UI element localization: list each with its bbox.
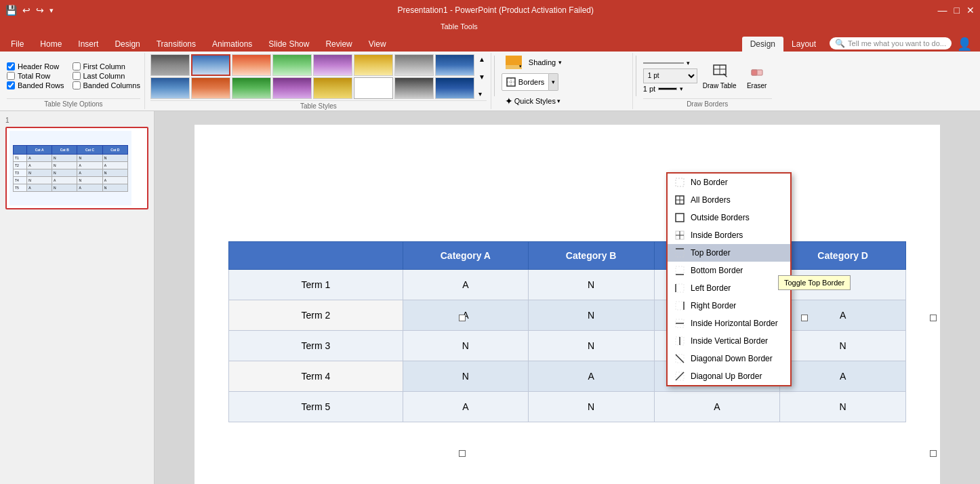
banded-rows-checkbox[interactable]: Banded Rows — [7, 81, 64, 89]
tab-animations[interactable]: Animations — [204, 37, 260, 52]
borders-dropdown-arrow-button[interactable]: ▾ — [549, 73, 558, 91]
slide-thumbnail[interactable]: Cat A Cat B Cat C Cat D T1ANNN T2ANAA T3… — [5, 127, 148, 209]
tab-home[interactable]: Home — [32, 37, 70, 52]
pen-color-arrow[interactable]: ▾ — [680, 85, 683, 92]
menu-item-no-border[interactable]: No Border — [668, 174, 790, 191]
shading-button[interactable]: ▾ — [502, 54, 526, 70]
menu-item-inside-borders[interactable]: Inside Borders — [668, 226, 790, 244]
term-3[interactable]: Term 3 — [229, 330, 403, 361]
user-icon[interactable]: 👤 — [957, 37, 972, 52]
style-scroll-down[interactable]: ▼ — [477, 72, 487, 82]
menu-item-diagonal-up-border[interactable]: Diagonal Up Border — [668, 367, 790, 385]
row3-a[interactable]: N — [403, 330, 528, 361]
table-style-swatch-6[interactable] — [354, 54, 393, 76]
table-style-swatch-16[interactable] — [435, 77, 474, 99]
undo-icon[interactable]: ↩ — [22, 5, 30, 16]
row3-b[interactable]: N — [528, 330, 654, 361]
minimize-btn[interactable]: — — [938, 5, 947, 16]
row4-a[interactable]: N — [403, 361, 528, 391]
row5-a[interactable]: A — [403, 391, 528, 422]
table-header-4[interactable]: Category D — [780, 241, 906, 269]
tell-me-box[interactable]: 🔍 Tell me what you want to do... — [830, 37, 952, 49]
borders-chevron-icon: ▾ — [552, 79, 555, 85]
redo-icon[interactable]: ↪ — [36, 5, 44, 16]
eraser-button[interactable]: Eraser — [742, 59, 772, 93]
table-style-swatch-7[interactable] — [394, 54, 434, 76]
menu-item-right-border[interactable]: Right Border — [668, 297, 790, 315]
tab-file[interactable]: File — [3, 37, 32, 52]
selection-handle-mid-right[interactable] — [930, 450, 937, 457]
close-btn[interactable]: ✕ — [966, 5, 975, 16]
term-2[interactable]: Term 2 — [229, 300, 403, 330]
selection-handle-mid-left[interactable] — [459, 450, 466, 457]
term-4[interactable]: Term 4 — [229, 361, 403, 391]
row2-b[interactable]: N — [528, 300, 654, 330]
shading-dropdown-arrow[interactable]: ▾ — [558, 59, 562, 66]
window-controls[interactable]: — □ ✕ — [938, 5, 975, 16]
table-style-swatch-8[interactable] — [435, 54, 474, 76]
quick-styles-button[interactable]: ✦ Quick Styles ▾ — [502, 94, 564, 108]
term-5[interactable]: Term 5 — [229, 391, 403, 422]
tab-table-design[interactable]: Design — [742, 37, 783, 52]
draw-table-button[interactable]: Draw Table — [700, 59, 739, 93]
tab-insert[interactable]: Insert — [70, 37, 106, 52]
row4-d[interactable]: A — [780, 361, 906, 391]
tab-review[interactable]: Review — [317, 37, 360, 52]
table-style-swatch-14[interactable] — [354, 77, 393, 99]
menu-item-inside-v-border[interactable]: Inside Vertical Border — [668, 332, 790, 350]
tab-transitions[interactable]: Transitions — [148, 37, 204, 52]
table-style-swatch-2[interactable] — [191, 54, 230, 76]
tab-view[interactable]: View — [361, 37, 394, 52]
first-column-checkbox[interactable]: First Column — [73, 62, 140, 70]
borders-main-button[interactable]: Borders — [502, 73, 550, 91]
menu-item-left-border-label: Left Border — [691, 283, 731, 293]
table-style-swatch-13[interactable] — [313, 77, 352, 99]
row1-a[interactable]: A — [403, 269, 528, 300]
menu-item-all-borders[interactable]: All Borders — [668, 191, 790, 209]
maximize-btn[interactable]: □ — [954, 5, 960, 16]
row5-c[interactable]: A — [654, 391, 780, 422]
table-header-1[interactable]: Category A — [403, 241, 528, 269]
table-style-swatch-10[interactable] — [191, 77, 230, 99]
row2-d[interactable]: A — [780, 300, 906, 330]
row3-d[interactable]: N — [780, 330, 906, 361]
banded-columns-checkbox[interactable]: Banded Columns — [73, 81, 140, 89]
table-style-swatch-9[interactable] — [150, 77, 190, 99]
selection-handle-top-center[interactable] — [801, 315, 808, 321]
tab-design[interactable]: Design — [106, 37, 148, 52]
tab-slideshow[interactable]: Slide Show — [260, 37, 317, 52]
style-more[interactable]: ▾ — [477, 89, 487, 99]
row4-b[interactable]: A — [528, 361, 654, 391]
table-style-swatch-5[interactable] — [313, 54, 352, 76]
term-1[interactable]: Term 1 — [229, 269, 403, 300]
total-row-checkbox[interactable]: Total Row — [7, 72, 64, 80]
row5-b[interactable]: N — [528, 391, 654, 422]
style-scroll-up[interactable]: ▲ — [477, 54, 487, 64]
menu-item-diagonal-down-border[interactable]: Diagonal Down Border — [668, 350, 790, 367]
tab-table-layout[interactable]: Layout — [783, 37, 824, 52]
all-borders-icon — [674, 195, 685, 205]
table-style-swatch-1[interactable] — [150, 54, 190, 76]
selection-handle-top-left[interactable] — [459, 315, 466, 321]
row1-b[interactable]: N — [528, 269, 654, 300]
row5-d[interactable]: N — [780, 391, 906, 422]
table-style-swatch-15[interactable] — [394, 77, 434, 99]
table-style-swatch-3[interactable] — [232, 54, 271, 76]
last-column-checkbox[interactable]: Last Column — [73, 72, 140, 80]
menu-item-left-border[interactable]: Left Border — [668, 279, 790, 297]
save-icon[interactable]: 💾 — [5, 5, 17, 16]
inside-borders-icon — [674, 230, 685, 241]
table-style-swatch-12[interactable] — [272, 77, 312, 99]
table-style-swatch-4[interactable] — [272, 54, 312, 76]
pen-style-dropdown[interactable]: ▾ — [687, 60, 690, 66]
menu-item-bottom-border[interactable]: Bottom Border — [668, 262, 790, 279]
menu-item-top-border[interactable]: Top Border — [668, 244, 790, 262]
pen-size-select[interactable]: 1 pt — [643, 68, 697, 83]
selection-handle-top-right[interactable] — [930, 315, 937, 321]
table-header-2[interactable]: Category B — [528, 241, 654, 269]
header-row-checkbox[interactable]: Header Row — [7, 62, 64, 70]
table-style-swatch-11[interactable] — [232, 77, 271, 99]
menu-item-outside-borders[interactable]: Outside Borders — [668, 209, 790, 226]
customize-qat-icon[interactable]: ▾ — [49, 6, 54, 15]
menu-item-inside-h-border[interactable]: Inside Horizontal Border — [668, 315, 790, 332]
